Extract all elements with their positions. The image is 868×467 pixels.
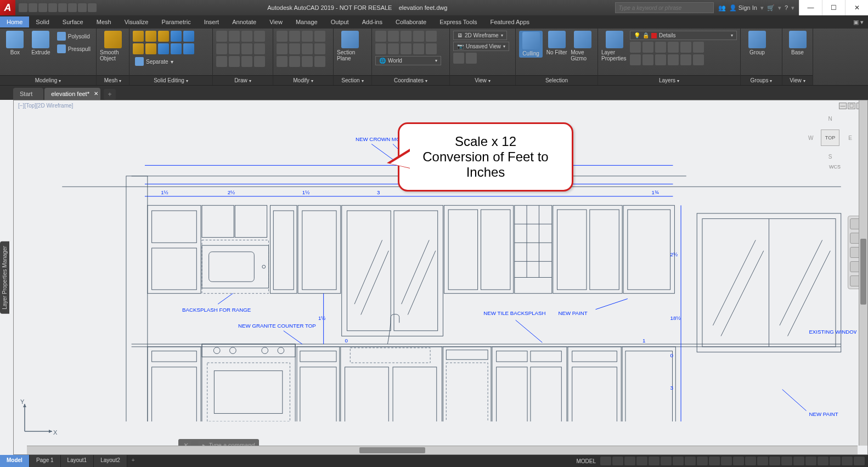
se3-icon[interactable] [133, 43, 144, 54]
vertical-scrollbar[interactable] [859, 100, 867, 446]
l7-icon[interactable] [630, 54, 641, 65]
filter-status-icon[interactable] [733, 457, 744, 465]
l3-icon[interactable] [655, 42, 666, 53]
qat-undo-icon[interactable] [78, 3, 87, 12]
exchange-icon[interactable]: 🛒 [767, 4, 775, 12]
modelspace-button[interactable]: MODEL [573, 458, 599, 464]
otrack-icon[interactable] [661, 457, 672, 465]
base-button[interactable]: Base [786, 31, 809, 55]
intersect-icon[interactable] [158, 31, 169, 42]
group-button[interactable]: Group [744, 31, 770, 55]
se5-icon[interactable] [158, 43, 169, 54]
scale-icon[interactable] [289, 56, 300, 67]
3dosnap-icon[interactable] [709, 457, 720, 465]
osnap-icon[interactable] [649, 457, 660, 465]
panel-section[interactable]: Section [334, 75, 371, 85]
v1-icon[interactable] [453, 53, 464, 64]
qat-new-icon[interactable] [19, 3, 27, 12]
file-tab-current[interactable]: elevation feet*✕ [44, 88, 100, 100]
l10-icon[interactable] [668, 54, 679, 65]
tab-addins[interactable]: Add-ins [356, 16, 389, 27]
tab-collaborate[interactable]: Collaborate [389, 16, 433, 27]
annomonitor-icon[interactable] [757, 457, 768, 465]
lineweight-icon[interactable] [673, 457, 684, 465]
visual-style-dropdown[interactable]: 🖥2D Wireframe [453, 31, 507, 40]
panel-groups[interactable]: Groups [741, 75, 782, 85]
horizontal-scrollbar[interactable] [27, 446, 858, 454]
isolate-icon[interactable] [830, 457, 841, 465]
culling-button[interactable]: Culling [519, 31, 543, 58]
tab-home[interactable]: Home [0, 16, 29, 27]
layout-add-button[interactable]: + [127, 455, 139, 467]
panel-view[interactable]: View [450, 75, 515, 85]
m4-icon[interactable] [314, 31, 325, 42]
ribbon-minimize-icon[interactable]: ▣ ▾ [849, 19, 868, 26]
mirror-icon[interactable] [289, 43, 300, 54]
l5-icon[interactable] [680, 42, 691, 53]
units-icon[interactable] [769, 457, 780, 465]
tab-view[interactable]: View [263, 16, 289, 27]
l12-icon[interactable] [693, 54, 704, 65]
panel-mesh[interactable]: Mesh [97, 75, 129, 85]
l11-icon[interactable] [680, 54, 691, 65]
hatch-icon[interactable] [241, 43, 252, 54]
rotate-icon[interactable] [289, 31, 300, 42]
tab-insert[interactable]: Insert [198, 16, 226, 27]
subtract-icon[interactable] [145, 31, 156, 42]
box-button[interactable]: Box [3, 31, 27, 55]
close-button[interactable]: ✕ [845, 0, 868, 15]
vp-max-icon[interactable]: ☐ [848, 103, 855, 109]
gizmo-status-icon[interactable] [745, 457, 756, 465]
se1-icon[interactable] [171, 31, 182, 42]
l1-icon[interactable] [630, 42, 641, 53]
ellipse-icon[interactable] [229, 43, 240, 54]
ucs8-icon[interactable] [401, 43, 412, 54]
panel-coordinates[interactable]: Coordinates [372, 75, 449, 85]
tab-mesh[interactable]: Mesh [90, 16, 118, 27]
extrude-button[interactable]: Extrude [29, 31, 53, 55]
panel-view2[interactable]: View [782, 75, 813, 85]
section-plane-button[interactable]: Section Plane [337, 31, 363, 61]
hardware-icon[interactable] [818, 457, 828, 465]
layer-details-dropdown[interactable]: 💡🔒Details [630, 31, 737, 40]
maximize-button[interactable]: ☐ [822, 0, 845, 15]
ucs6-icon[interactable] [375, 43, 386, 54]
layer-properties-button[interactable]: Layer Properties [601, 31, 628, 61]
l4-icon[interactable] [668, 42, 679, 53]
add-tab-button[interactable]: + [104, 89, 116, 100]
copy-icon[interactable] [277, 43, 288, 54]
d6-icon[interactable] [254, 56, 265, 67]
infocenter-icon[interactable]: 👥 [718, 4, 726, 12]
customize-icon[interactable] [854, 457, 865, 465]
vp-min-icon[interactable]: — [839, 103, 847, 109]
v2-icon[interactable] [466, 53, 477, 64]
minimize-button[interactable]: — [799, 0, 822, 15]
qat-saveas-icon[interactable] [48, 3, 57, 12]
cycling-icon[interactable] [697, 457, 708, 465]
snap-icon[interactable] [612, 457, 623, 465]
grid-icon[interactable] [600, 457, 611, 465]
fillet-icon[interactable] [302, 43, 313, 54]
tab-output[interactable]: Output [324, 16, 356, 27]
tab-visualize[interactable]: Visualize [118, 16, 155, 27]
tab-annotate[interactable]: Annotate [226, 16, 263, 27]
stretch-icon[interactable] [277, 56, 288, 67]
l6-icon[interactable] [693, 42, 704, 53]
help-icon[interactable]: ? [785, 4, 788, 11]
qat-web-icon[interactable] [58, 3, 67, 12]
ucs5-icon[interactable] [426, 31, 437, 42]
dynucs-icon[interactable] [721, 457, 732, 465]
ucs1-icon[interactable] [375, 31, 386, 42]
m12-icon[interactable] [314, 56, 325, 67]
pline-icon[interactable] [229, 31, 240, 42]
qat-redo-icon[interactable] [88, 3, 97, 12]
union-icon[interactable] [133, 31, 144, 42]
app-logo[interactable]: A [0, 0, 15, 15]
tab-express[interactable]: Express Tools [433, 16, 483, 27]
saved-view-dropdown[interactable]: 📷Unsaved View [453, 42, 509, 51]
qat-open-icon[interactable] [29, 3, 37, 12]
se2-icon[interactable] [183, 31, 194, 42]
smooth-object-button[interactable]: Smooth Object [100, 31, 126, 61]
ucs10-icon[interactable] [426, 43, 437, 54]
tab-manage[interactable]: Manage [289, 16, 324, 27]
